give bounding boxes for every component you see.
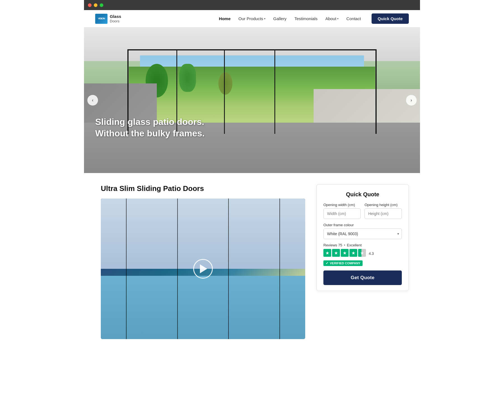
play-icon bbox=[200, 264, 207, 273]
hero-frame-mid2 bbox=[224, 50, 225, 134]
trustpilot-header: Reviews 75 • Excellent bbox=[323, 243, 402, 247]
section-title: Ultra Slim Sliding Patio Doors bbox=[101, 184, 305, 193]
star-4: ★ bbox=[349, 249, 357, 257]
height-input[interactable] bbox=[365, 208, 402, 219]
quote-card-title: Quick Quote bbox=[323, 191, 402, 198]
trustpilot-score: 4.3 bbox=[369, 251, 374, 256]
checkmark-icon: ✓ bbox=[326, 261, 328, 265]
hero-frame-top bbox=[127, 49, 377, 50]
nav-home[interactable]: Home bbox=[219, 16, 231, 21]
hero-frame-right bbox=[375, 50, 377, 134]
trustpilot-verified-badge: ✓ VERIFIED COMPANY bbox=[323, 260, 363, 266]
star-3: ★ bbox=[341, 249, 349, 257]
star-5: ★ bbox=[358, 249, 366, 257]
star-2: ★ bbox=[332, 249, 340, 257]
trustpilot-reviews-count: Reviews 75 bbox=[323, 243, 342, 247]
hero-tree2 bbox=[179, 64, 196, 92]
colour-label: Outer frame colour bbox=[323, 223, 402, 227]
nav-contact[interactable]: Contact bbox=[346, 16, 361, 21]
logo[interactable]: VISION Glass Doors bbox=[95, 14, 121, 24]
nav-products[interactable]: Our Products ▾ bbox=[238, 16, 265, 21]
chevron-down-icon: ▾ bbox=[264, 17, 265, 20]
get-quote-button[interactable]: Get Quote bbox=[323, 270, 402, 285]
quote-card: Quick Quote Opening width (cm) Opening h… bbox=[316, 184, 409, 291]
hero-next-button[interactable]: › bbox=[406, 95, 417, 106]
hero-image bbox=[84, 27, 420, 173]
width-label: Opening width (cm) bbox=[323, 203, 361, 207]
trustpilot-rating-label: Excellent bbox=[347, 243, 362, 247]
hero-headline: Sliding glass patio doors. Without the b… bbox=[95, 116, 205, 139]
maximize-button[interactable] bbox=[100, 3, 103, 7]
main-content: Ultra Slim Sliding Patio Doors Quick Quo… bbox=[84, 173, 420, 350]
hero-prev-button[interactable]: ‹ bbox=[87, 95, 98, 106]
colour-select[interactable]: White (RAL 9003) Black (RAL 9005) Anthra… bbox=[323, 228, 402, 239]
video-sky bbox=[101, 199, 305, 269]
chevron-down-icon-about: ▾ bbox=[337, 17, 339, 20]
dimensions-row: Opening width (cm) Opening height (cm) bbox=[323, 203, 402, 219]
nav-gallery[interactable]: Gallery bbox=[273, 16, 287, 21]
nav-about[interactable]: About ▾ bbox=[325, 16, 339, 21]
hero-frame-mid3 bbox=[274, 50, 275, 134]
trustpilot-stars: ★ ★ ★ ★ ★ bbox=[323, 249, 366, 257]
hero-text: Sliding glass patio doors. Without the b… bbox=[95, 116, 205, 139]
width-input[interactable] bbox=[323, 208, 361, 219]
trustpilot-widget: Reviews 75 • Excellent ★ ★ ★ ★ ★ 4.3 bbox=[323, 243, 402, 266]
titlebar bbox=[84, 0, 420, 10]
nav-links: Home Our Products ▾ Gallery Testimonials… bbox=[219, 13, 409, 24]
video-thumbnail[interactable] bbox=[101, 199, 305, 339]
main-nav: VISION Glass Doors Home Our Products ▾ G… bbox=[84, 10, 420, 27]
logo-icon: VISION bbox=[95, 14, 108, 24]
height-field: Opening height (cm) bbox=[365, 203, 402, 219]
hero-section: ‹ › Sliding glass patio doors. Without t… bbox=[84, 27, 420, 173]
hero-tree3 bbox=[218, 72, 232, 95]
video-pool bbox=[101, 276, 305, 339]
colour-select-wrap: White (RAL 9003) Black (RAL 9005) Anthra… bbox=[323, 228, 402, 239]
close-button[interactable] bbox=[88, 3, 92, 7]
width-field: Opening width (cm) bbox=[323, 203, 361, 219]
nav-testimonials[interactable]: Testimonials bbox=[294, 16, 318, 21]
logo-text-glass: Glass bbox=[110, 14, 121, 19]
minimize-button[interactable] bbox=[94, 3, 97, 7]
logo-text-doors: Doors bbox=[110, 19, 121, 23]
height-label: Opening height (cm) bbox=[365, 203, 402, 207]
nav-quick-quote-button[interactable]: Quick Quote bbox=[372, 13, 409, 24]
colour-field: Outer frame colour White (RAL 9003) Blac… bbox=[323, 223, 402, 239]
star-1: ★ bbox=[323, 249, 331, 257]
left-column: Ultra Slim Sliding Patio Doors bbox=[101, 184, 305, 339]
play-button[interactable] bbox=[193, 259, 213, 279]
